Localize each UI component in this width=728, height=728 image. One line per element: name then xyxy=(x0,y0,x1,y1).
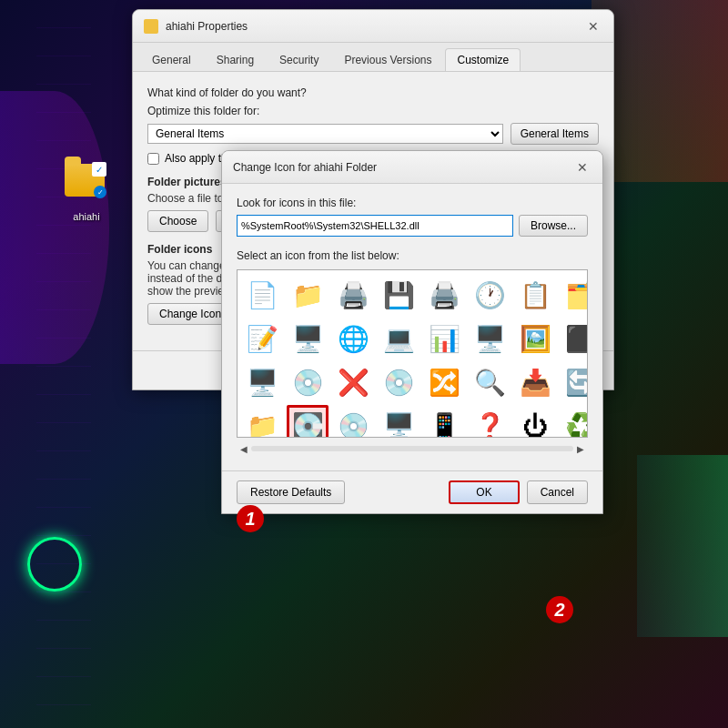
folder-icon-container: ✓ ✓ xyxy=(65,164,108,207)
desktop-icon-ahiahi[interactable]: ✓ ✓ ahiahi xyxy=(55,164,118,222)
restore-defaults-button[interactable]: Restore Defaults xyxy=(237,480,345,504)
also-apply-checkbox[interactable] xyxy=(147,153,159,165)
icon-cell-3[interactable]: 💾 xyxy=(378,274,420,316)
icon-cell-30[interactable]: ⏻ xyxy=(514,405,556,438)
bg-vertical-lines xyxy=(36,0,91,728)
optimize-label: Optimize this folder for: xyxy=(147,105,599,117)
icon-cell-6[interactable]: 📋 xyxy=(514,274,556,316)
dialog-content: Look for icons in this file: Browse... S… xyxy=(222,184,602,470)
icon-cell-22[interactable]: 📥 xyxy=(514,361,556,403)
tab-general[interactable]: General xyxy=(140,48,203,71)
icon-cell-0[interactable]: 📄 xyxy=(241,274,283,316)
icon-cell-11[interactable]: 💻 xyxy=(378,318,420,359)
look-for-label: Look for icons in this file: xyxy=(237,197,588,209)
step1-indicator: 1 xyxy=(237,505,264,532)
folder-shield-mark: ✓ xyxy=(94,186,106,198)
icon-cell-2[interactable]: 🖨️ xyxy=(332,274,374,316)
properties-title: ahiahi Properties xyxy=(166,20,584,33)
icon-cell-24[interactable]: 📁 xyxy=(241,405,283,438)
icon-cell-8[interactable]: 📝 xyxy=(241,318,283,359)
file-path-input[interactable] xyxy=(237,215,513,237)
icon-cell-27[interactable]: 🖥️ xyxy=(378,405,420,438)
btn-general[interactable]: General Items xyxy=(511,123,599,145)
properties-tabs: General Sharing Security Previous Versio… xyxy=(133,43,613,72)
bg-glow-right-bottom xyxy=(637,455,728,637)
icon-cell-15[interactable]: ⬛ xyxy=(560,318,588,359)
scrollbar-track[interactable] xyxy=(251,446,573,451)
tab-previous-versions[interactable]: Previous Versions xyxy=(332,48,443,71)
change-icon-dialog: Change Icon for ahiahi Folder ✕ Look for… xyxy=(221,150,603,514)
browse-button[interactable]: Browse... xyxy=(519,215,588,237)
folder-shape: ✓ ✓ xyxy=(65,164,105,197)
icon-cell-18[interactable]: ❌ xyxy=(332,361,374,403)
icon-cell-31[interactable]: ♻️ xyxy=(560,405,588,438)
icon-cell-26[interactable]: 💿 xyxy=(332,405,374,438)
tab-sharing[interactable]: Sharing xyxy=(205,48,266,71)
icon-cell-17[interactable]: 💿 xyxy=(287,361,329,403)
dialog-ok-button[interactable]: OK xyxy=(449,480,519,504)
icon-grid-inner: 📄 📁 🖨️ 💾 🖨️ 🕐 📋 🗂️ 📝 🖥️ 🌐 💻 📊 🖥️ 🖼️ ⬛ � xyxy=(238,270,587,438)
icon-cell-28[interactable]: 📱 xyxy=(423,405,465,438)
step2-indicator: 2 xyxy=(546,596,573,623)
optimize-select[interactable]: General Items xyxy=(147,124,503,144)
tab-customize[interactable]: Customize xyxy=(445,48,521,71)
icon-cell-20[interactable]: 🔀 xyxy=(423,361,465,403)
scroll-left-button[interactable]: ◀ xyxy=(237,441,251,456)
icon-cell-12[interactable]: 📊 xyxy=(423,318,465,359)
dialog-cancel-button[interactable]: Cancel xyxy=(527,480,588,504)
icon-cell-29[interactable]: ❓ xyxy=(469,405,511,438)
dialog-title: Change Icon for ahiahi Folder xyxy=(233,161,573,174)
icon-cell-4[interactable]: 🖨️ xyxy=(423,274,465,316)
icon-grid: 📄 📁 🖨️ 💾 🖨️ 🕐 📋 🗂️ 📝 🖥️ 🌐 💻 📊 🖥️ 🖼️ ⬛ � xyxy=(237,269,588,438)
close-button[interactable]: ✕ xyxy=(584,17,602,35)
icon-cell-7[interactable]: 🗂️ xyxy=(560,274,588,316)
properties-titlebar: ahiahi Properties ✕ xyxy=(133,10,613,43)
icon-cell-1[interactable]: 📁 xyxy=(287,274,329,316)
icon-cell-13[interactable]: 🖥️ xyxy=(469,318,511,359)
icon-cell-21[interactable]: 🔍 xyxy=(469,361,511,403)
dialog-titlebar: Change Icon for ahiahi Folder ✕ xyxy=(222,151,602,184)
dialog-bottom-buttons: Restore Defaults OK Cancel xyxy=(222,470,602,513)
icon-cell-9[interactable]: 🖥️ xyxy=(287,318,329,359)
tab-security[interactable]: Security xyxy=(268,48,330,71)
folder-check-mark: ✓ xyxy=(92,162,106,177)
titlebar-folder-icon xyxy=(144,19,158,34)
icon-cell-5[interactable]: 🕐 xyxy=(469,274,511,316)
icon-cell-16[interactable]: 🖥️ xyxy=(241,361,283,403)
desktop-icon-label: ahiahi xyxy=(55,211,118,222)
icon-cell-14[interactable]: 🖼️ xyxy=(514,318,556,359)
file-path-row: Browse... xyxy=(237,215,588,237)
icon-cell-10[interactable]: 🌐 xyxy=(332,318,374,359)
what-kind-label: What kind of folder do you want? xyxy=(147,86,599,99)
scroll-right-button[interactable]: ▶ xyxy=(573,441,588,456)
select-icon-label: Select an icon from the list below: xyxy=(237,249,588,262)
btn-choose[interactable]: Choose xyxy=(147,210,208,232)
icon-cell-19[interactable]: 💿 xyxy=(378,361,420,403)
dialog-ok-cancel-group: OK Cancel xyxy=(449,480,588,504)
icon-cell-25-selected[interactable]: 💽 xyxy=(287,405,329,438)
icon-cell-23[interactable]: 🔄 xyxy=(560,361,588,403)
dialog-close-button[interactable]: ✕ xyxy=(573,158,592,177)
optimize-row: General Items General Items xyxy=(147,123,599,145)
